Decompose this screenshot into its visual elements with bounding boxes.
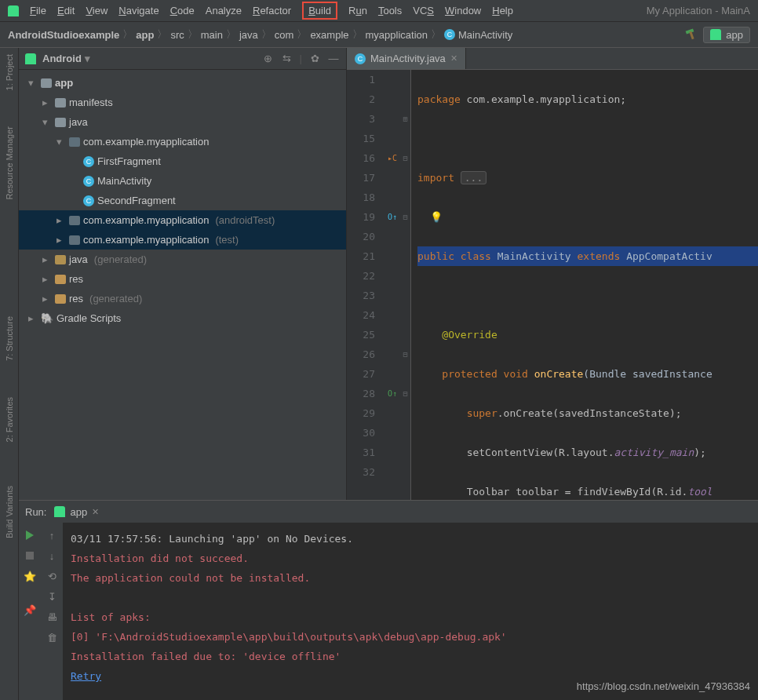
menu-file[interactable]: File: [30, 5, 46, 16]
editor-tab-mainactivity[interactable]: C MainActivity.java ✕: [347, 48, 466, 69]
soft-wrap-icon[interactable]: ⟲: [44, 568, 60, 584]
tool-build-variants[interactable]: Build Variants: [5, 486, 14, 538]
up-arrow-icon[interactable]: ↑: [44, 527, 60, 543]
fold-icon[interactable]: ⊟: [400, 148, 410, 168]
crumb-java[interactable]: java: [239, 29, 258, 41]
close-icon[interactable]: ✕: [92, 507, 99, 517]
module-icon: [41, 78, 52, 88]
menu-refactor[interactable]: Refactor: [253, 5, 291, 16]
crumb-com[interactable]: com: [275, 29, 294, 41]
tree-node-app[interactable]: ▾ app: [19, 73, 346, 93]
build-hammer-icon[interactable]: [684, 28, 697, 41]
tree-node-gradle-scripts[interactable]: ▸ 🐘 Gradle Scripts: [19, 308, 346, 328]
crumb-main[interactable]: main: [201, 29, 223, 41]
close-icon[interactable]: ✕: [450, 53, 457, 64]
run-tab-app[interactable]: app ✕: [54, 506, 99, 518]
folder-icon: [55, 118, 66, 127]
crumb-mainactivity[interactable]: MainActivity: [458, 29, 512, 41]
run-toolbar-primary: ⭐ 📌: [19, 523, 41, 700]
tab-label: MainActivity.java: [370, 53, 446, 64]
folder-icon: [55, 98, 66, 108]
run-config-label: app: [726, 29, 743, 41]
override-marker-icon[interactable]: O↑: [384, 207, 400, 227]
tree-node-mainactivity[interactable]: C MainActivity: [19, 171, 346, 191]
menu-view[interactable]: View: [86, 5, 108, 16]
menu-window[interactable]: Window: [445, 5, 481, 16]
editor-panel: C MainActivity.java ✕ 123151617181920212…: [347, 48, 758, 500]
menu-vcs[interactable]: VCS: [413, 5, 434, 16]
tree-node-java-gen[interactable]: ▸ java (generated): [19, 250, 346, 269]
tree-node-manifests[interactable]: ▸ manifests: [19, 93, 346, 112]
lightbulb-icon[interactable]: 💡: [430, 211, 443, 223]
rerun-button[interactable]: [22, 527, 38, 543]
menu-help[interactable]: Help: [492, 5, 513, 16]
expand-icon: ▸: [56, 214, 66, 226]
menu-build[interactable]: Build: [302, 2, 337, 20]
crumb-example[interactable]: example: [310, 29, 348, 41]
project-tree: ▾ app ▸ manifests ▾ java: [19, 70, 346, 500]
crumb-myapplication[interactable]: myapplication: [366, 29, 428, 41]
menu-code[interactable]: Code: [170, 5, 195, 16]
fold-icon[interactable]: ⊞: [400, 109, 410, 129]
class-icon: C: [83, 195, 94, 206]
down-arrow-icon[interactable]: ↓: [44, 548, 60, 563]
folder-icon: [55, 255, 66, 264]
project-view-dropdown[interactable]: Android: [42, 53, 90, 64]
code-editor[interactable]: 123151617181920212223242526272829303132 …: [347, 70, 758, 500]
crumb-app[interactable]: app: [136, 29, 154, 41]
chevron-right-icon: 〉: [431, 27, 441, 42]
console-output[interactable]: 03/11 17:57:56: Launching 'app' on No De…: [63, 523, 758, 700]
tree-node-res[interactable]: ▸ res: [19, 269, 346, 289]
tree-node-pkg-androidtest[interactable]: ▸ com.example.myapplication (androidTest…: [19, 210, 346, 230]
code-text[interactable]: package com.example.myapplication; impor…: [411, 70, 758, 500]
pin-icon[interactable]: ⭐: [22, 568, 38, 584]
tree-node-firstfragment[interactable]: C FirstFragment: [19, 151, 346, 171]
tree-node-pkg-test[interactable]: ▸ com.example.myapplication (test): [19, 230, 346, 250]
class-icon: C: [83, 156, 94, 167]
breadcrumb-bar: AndroidStudioexample 〉 app 〉 src 〉 main …: [0, 22, 758, 48]
fold-gutter: ⊞ ⊟ ⊟ ⊟ ⊟: [400, 70, 411, 500]
crumb-root[interactable]: AndroidStudioexample: [8, 29, 119, 41]
tool-structure[interactable]: 7: Structure: [5, 316, 14, 361]
clear-icon[interactable]: 🗑: [44, 629, 60, 645]
fold-icon[interactable]: ⊟: [400, 384, 410, 403]
console-line: The application could not be installed.: [71, 568, 750, 588]
tree-node-res-gen[interactable]: ▸ res (generated): [19, 289, 346, 308]
app-title: My Application - MainA: [647, 5, 750, 16]
tool-resource-manager[interactable]: Resource Manager: [5, 126, 14, 200]
menu-navigate[interactable]: Navigate: [118, 5, 159, 16]
tree-node-java[interactable]: ▾ java: [19, 112, 346, 132]
stop-button[interactable]: [22, 548, 38, 563]
menu-edit[interactable]: Edit: [57, 5, 75, 16]
scroll-to-end-icon[interactable]: ↧: [44, 589, 60, 604]
expand-icon: ▸: [42, 97, 52, 108]
tool-project[interactable]: 1: Project: [5, 54, 14, 90]
expand-icon: ▸: [42, 253, 52, 265]
console-line: Installation failed due to: 'device offl…: [71, 647, 750, 666]
package-icon: [69, 235, 80, 245]
menu-run[interactable]: Run: [348, 5, 367, 16]
target-icon[interactable]: ⊕: [262, 53, 275, 65]
menu-tools[interactable]: Tools: [378, 5, 402, 16]
android-icon: [710, 29, 721, 40]
run-configuration-dropdown[interactable]: app: [703, 27, 750, 43]
tree-node-pkg1[interactable]: ▾ com.example.myapplication: [19, 132, 346, 151]
fold-icon[interactable]: ⊟: [400, 345, 410, 364]
console-line: Installation did not succeed.: [71, 549, 750, 568]
chevron-right-icon: 〉: [188, 27, 198, 42]
fold-icon[interactable]: ⊟: [400, 207, 410, 227]
minimize-icon[interactable]: —: [327, 53, 340, 65]
run-marker-icon[interactable]: ▸C: [384, 148, 400, 168]
override-marker-icon[interactable]: O↑: [384, 384, 400, 403]
pin-tab-icon[interactable]: 📌: [22, 603, 38, 618]
tree-node-secondfragment[interactable]: C SecondFragment: [19, 191, 346, 210]
retry-link[interactable]: Retry: [71, 670, 101, 682]
menu-analyze[interactable]: Analyze: [206, 5, 242, 16]
chevron-right-icon: 〉: [261, 27, 271, 42]
tool-favorites[interactable]: 2: Favorites: [5, 397, 14, 442]
gear-icon[interactable]: ✿: [308, 53, 321, 65]
crumb-src[interactable]: src: [170, 29, 184, 41]
android-logo-icon: [8, 5, 19, 16]
collapse-icon[interactable]: ⇆: [281, 53, 293, 65]
print-icon[interactable]: 🖶: [44, 609, 60, 625]
